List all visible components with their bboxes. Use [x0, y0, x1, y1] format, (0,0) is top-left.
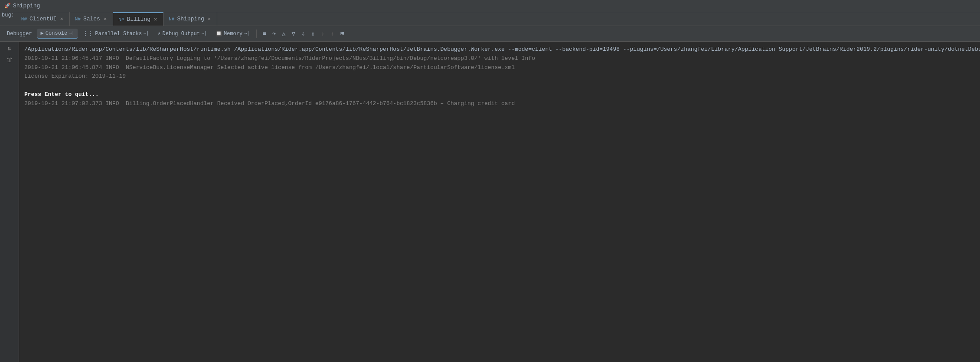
console-pin-icon: →| — [69, 31, 74, 36]
move-up-icon: ⇧ — [311, 30, 314, 37]
parallel-stacks-icon: ⋮⋮ — [83, 30, 93, 37]
main-content: ⇅ 🗑 /Applications/Rider.app/Contents/lib… — [0, 42, 980, 362]
title-bar-title: 🚀 Shipping — [4, 3, 40, 9]
memory-button[interactable]: 🔲 Memory →| — [212, 29, 253, 38]
console-button[interactable]: ▶ Console →| — [37, 29, 78, 39]
title-text: Shipping — [13, 3, 40, 9]
toolbar-sep-1 — [256, 30, 257, 38]
menu-icon-button[interactable]: ≡ — [260, 29, 268, 39]
tab-billing-close[interactable]: ✕ — [153, 16, 158, 23]
tab-billing[interactable]: N# Billing ✕ — [113, 12, 163, 26]
console-label: Console — [46, 30, 67, 36]
gutter-delete-icon: 🗑 — [7, 56, 13, 63]
step-down-icon: ▽ — [292, 30, 295, 37]
debugger-label: Debugger — [7, 31, 32, 37]
run-to-cursor-button[interactable]: ⇩ — [299, 29, 307, 39]
tab-clientui[interactable]: N# ClientUI ✕ — [16, 12, 70, 26]
force-step-into-icon: ↡ — [321, 30, 324, 37]
step-down-button[interactable]: ▽ — [290, 29, 297, 39]
force-step-over-button: ↟ — [328, 29, 336, 39]
tab-shipping[interactable]: N# Shipping ✕ — [163, 12, 217, 26]
tab-shipping-label: Shipping — [177, 16, 204, 22]
show-execution-button[interactable]: ⊞ — [338, 29, 346, 39]
tab-clientui-icon: N# — [21, 16, 27, 22]
tab-sales-close[interactable]: ✕ — [103, 16, 108, 22]
gutter-arrows-btn[interactable]: ⇅ — [5, 43, 13, 53]
gutter-delete-btn[interactable]: 🗑 — [4, 55, 15, 65]
tab-billing-label: Billing — [127, 16, 150, 23]
step-over-button[interactable]: ↷ — [270, 29, 278, 39]
memory-icon: 🔲 — [216, 30, 222, 37]
debug-prefix: bug: — [2, 12, 14, 26]
memory-pin-icon: →| — [244, 31, 249, 36]
console-line-2: 2019-10-21 21:06:45.874 INFO NServiceBus… — [24, 63, 975, 72]
step-up-icon: △ — [282, 30, 285, 37]
console-output[interactable]: /Applications/Rider.app/Contents/lib/ReS… — [19, 42, 980, 362]
debugger-button[interactable]: Debugger — [3, 30, 36, 38]
menu-icon: ≡ — [262, 30, 266, 37]
tab-clientui-close[interactable]: ✕ — [59, 16, 64, 22]
run-to-cursor-icon: ⇩ — [301, 30, 305, 37]
move-up-button[interactable]: ⇧ — [309, 29, 317, 39]
console-line-6: 2019-10-21 21:07:02.373 INFO Billing.Ord… — [24, 99, 975, 109]
console-prefix-icon: ▶ — [41, 30, 44, 36]
console-line-0: /Applications/Rider.app/Contents/lib/ReS… — [24, 45, 975, 54]
parallel-stacks-pin-icon: →| — [144, 31, 149, 36]
tab-sales-label: Sales — [83, 16, 100, 22]
debug-output-button[interactable]: ⚡ Debug Output →| — [154, 29, 210, 38]
gutter-arrows-icon: ⇅ — [7, 45, 11, 52]
console-line-5: Press Enter to quit... — [24, 90, 975, 99]
step-up-button[interactable]: △ — [280, 29, 287, 39]
debug-output-label: Debug Output — [163, 31, 200, 37]
tab-sales-icon: N# — [75, 16, 81, 22]
force-step-into-button: ↡ — [319, 29, 327, 39]
memory-label: Memory — [224, 31, 242, 37]
parallel-stacks-label: Parallel Stacks — [95, 31, 142, 37]
debug-output-pin-icon: →| — [202, 31, 207, 36]
tab-sales[interactable]: N# Sales ✕ — [70, 12, 113, 26]
tab-clientui-label: ClientUI — [29, 16, 56, 22]
debug-toolbar: Debugger ▶ Console →| ⋮⋮ Parallel Stacks… — [0, 26, 980, 42]
title-bar: 🚀 Shipping — [0, 0, 980, 12]
show-execution-icon: ⊞ — [340, 30, 344, 37]
tab-shipping-icon: N# — [169, 16, 174, 22]
left-gutter: ⇅ 🗑 — [0, 42, 19, 362]
console-line-1: 2019-10-21 21:06:45.417 INFO DefaultFact… — [24, 54, 975, 63]
force-step-over-icon: ↟ — [330, 30, 334, 37]
tab-billing-icon: N# — [118, 17, 124, 22]
title-icon: 🚀 — [4, 3, 11, 9]
debug-output-icon: ⚡ — [157, 30, 160, 37]
console-line-4 — [24, 81, 975, 90]
step-over-icon: ↷ — [272, 30, 276, 37]
tabs-bar: bug: N# ClientUI ✕ N# Sales ✕ N# Billing… — [0, 12, 980, 26]
parallel-stacks-button[interactable]: ⋮⋮ Parallel Stacks →| — [79, 29, 152, 38]
console-line-3: License Expiration: 2019-11-19 — [24, 72, 975, 81]
tab-shipping-close[interactable]: ✕ — [207, 16, 212, 22]
